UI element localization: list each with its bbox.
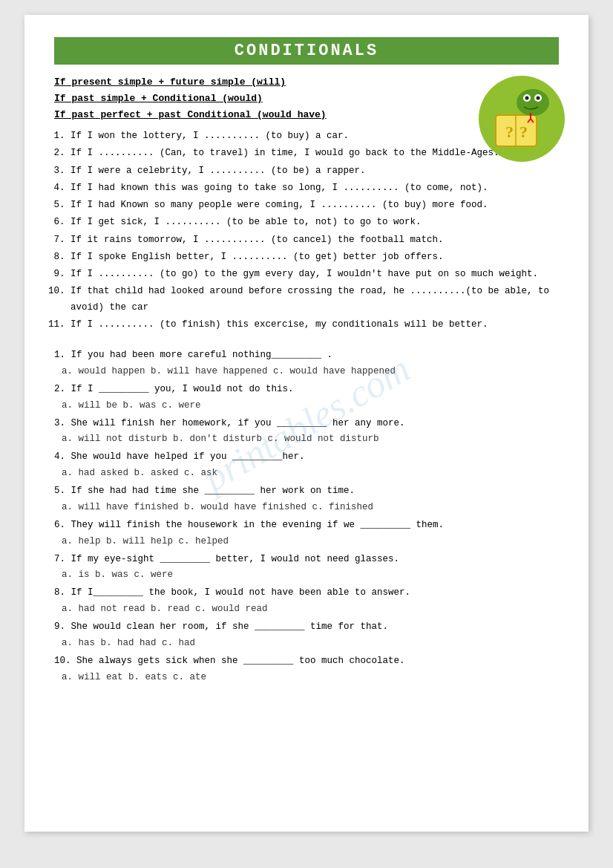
mc-item: 3. She will finish her homework, if you … <box>54 416 559 448</box>
mc-question: 9. She would clean her room, if she ____… <box>54 619 559 636</box>
mc-item: 9. She would clean her room, if she ____… <box>54 619 559 652</box>
svg-point-9 <box>537 97 540 100</box>
part-a-item: If I get sick, I .......... (to be able … <box>71 215 559 230</box>
mc-options: a. had asked b. asked c. ask <box>54 466 559 482</box>
mc-question: 10. She always gets sick when she ______… <box>54 653 559 670</box>
part-a-item: If I .......... (to go) to the gym every… <box>71 267 559 282</box>
part-a-item: If I had known this was going to take so… <box>71 180 559 196</box>
mc-options: a. is b. was c. were <box>54 567 559 584</box>
mc-options: a. would happen b. will have happened c.… <box>54 364 559 380</box>
mc-question: 5. If she had had time she _________ her… <box>54 483 559 500</box>
svg-text:?: ? <box>505 123 514 141</box>
svg-point-8 <box>525 97 529 100</box>
mc-options: a. will have finished b. would have fini… <box>54 500 559 516</box>
mc-item: 4. She would have helped if you ________… <box>54 449 559 482</box>
mc-item: 8. If I_________ the book, I would not h… <box>54 585 559 618</box>
part-a-item: If I spoke English better, I .......... … <box>71 249 559 265</box>
part-b-mc: 1. If you had been more careful nothing_… <box>54 347 559 686</box>
mc-options: a. has b. had had c. had <box>54 636 559 652</box>
mc-options: a. will not disturb b. don't disturb c. … <box>54 431 559 448</box>
part-a-item: If I had Known so many people were comin… <box>71 198 559 213</box>
mc-question: 4. She would have helped if you ________… <box>54 449 559 466</box>
mc-question: 3. She will finish her homework, if you … <box>54 416 559 432</box>
mc-item: 10. She always gets sick when she ______… <box>54 653 559 686</box>
mc-options: a. will be b. was c. were <box>54 398 559 414</box>
mc-question: 1. If you had been more careful nothing_… <box>54 347 559 364</box>
mc-options: a. had not read b. read c. would read <box>54 601 559 618</box>
mc-options: a. will eat b. eats c. ate <box>54 670 559 686</box>
mc-item: 1. If you had been more careful nothing_… <box>54 347 559 380</box>
part-a-item: If that child had looked around before c… <box>71 284 559 316</box>
part-a-item: If it rains tomorrow, I ........... (to … <box>71 232 559 248</box>
svg-point-5 <box>517 89 549 116</box>
page-title: CONDITIONALS <box>54 37 559 65</box>
mc-item: 5. If she had had time she _________ her… <box>54 483 559 516</box>
mc-question: 8. If I_________ the book, I would not h… <box>54 585 559 601</box>
mc-options: a. help b. will help c. helped <box>54 534 559 550</box>
snake-illustration: ? ? <box>477 74 566 163</box>
mc-question: 2. If I _________ you, I would not do th… <box>54 382 559 398</box>
mc-question: 6. They will finish the housework in the… <box>54 518 559 534</box>
part-a-item: If I .......... (to finish) this excerci… <box>71 317 559 333</box>
worksheet-page: ? ? CONDITIONALS If present simple + fut… <box>24 15 589 832</box>
mc-item: 7. If my eye-sight _________ better, I w… <box>54 552 559 584</box>
part-a-item: If I were a celebrity, I .......... (to … <box>71 163 559 179</box>
mc-item: 2. If I _________ you, I would not do th… <box>54 382 559 414</box>
mc-question: 7. If my eye-sight _________ better, I w… <box>54 552 559 568</box>
mc-item: 6. They will finish the housework in the… <box>54 518 559 550</box>
svg-text:?: ? <box>519 123 528 141</box>
